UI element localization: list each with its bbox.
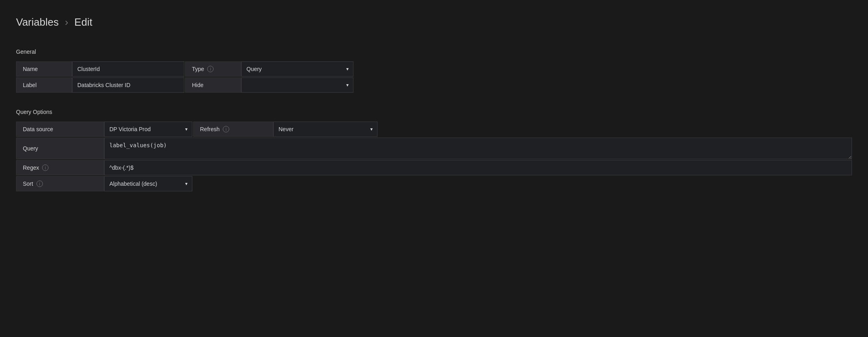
query-label: Query	[16, 138, 104, 159]
query-options-section: Query Options Data source DP Victoria Pr…	[16, 109, 852, 191]
datasource-label: Data source	[16, 122, 104, 137]
sort-select[interactable]: Disabled Alphabetical (asc) Alphabetical…	[104, 176, 192, 191]
sort-label: Sort i	[16, 176, 104, 191]
hide-select[interactable]: Label Variable	[241, 77, 353, 93]
refresh-select-wrapper: Never On Dashboard Load On Time Range Ch…	[273, 122, 377, 137]
query-row: Query label_values(job)	[16, 138, 852, 159]
regex-row: Regex i	[16, 160, 852, 175]
refresh-info-icon[interactable]: i	[223, 126, 229, 132]
sort-select-wrapper: Disabled Alphabetical (asc) Alphabetical…	[104, 176, 192, 191]
regex-info-icon[interactable]: i	[42, 164, 48, 171]
label-label: Label	[16, 77, 72, 93]
regex-input[interactable]	[104, 160, 852, 175]
name-label: Name	[16, 61, 72, 77]
type-label: Type i	[185, 61, 241, 77]
general-section-title: General	[16, 49, 852, 55]
sort-info-icon[interactable]: i	[36, 181, 43, 187]
name-input[interactable]	[72, 61, 184, 77]
refresh-select[interactable]: Never On Dashboard Load On Time Range Ch…	[273, 122, 377, 137]
regex-label: Regex i	[16, 160, 104, 175]
label-input[interactable]	[72, 77, 184, 93]
name-input-wrapper	[72, 61, 184, 77]
page-container: Variables › Edit General Name Type i Que…	[0, 0, 868, 223]
breadcrumb-edit: Edit	[75, 16, 93, 28]
query-options-title: Query Options	[16, 109, 852, 115]
type-select[interactable]: Query Custom Textbox Constant Datasource…	[241, 61, 353, 77]
datasource-select[interactable]: DP Victoria Prod	[104, 122, 192, 137]
sort-row: Sort i Disabled Alphabetical (asc) Alpha…	[16, 176, 852, 191]
general-section: General Name Type i Query Custom Textbox…	[16, 49, 852, 93]
datasource-select-wrapper: DP Victoria Prod	[104, 122, 192, 137]
hide-label: Hide	[185, 77, 241, 93]
label-hide-row: Label Hide Label Variable	[16, 77, 852, 93]
page-title: Variables › Edit	[16, 16, 852, 28]
query-input[interactable]: label_values(job)	[104, 138, 852, 159]
refresh-label: Refresh i	[193, 122, 273, 137]
type-info-icon[interactable]: i	[207, 66, 214, 72]
breadcrumb-separator: ›	[65, 16, 69, 28]
breadcrumb-variables: Variables	[16, 16, 59, 28]
type-select-wrapper: Query Custom Textbox Constant Datasource…	[241, 61, 353, 77]
hide-select-wrapper: Label Variable	[241, 77, 353, 93]
label-input-wrapper	[72, 77, 184, 93]
datasource-refresh-row: Data source DP Victoria Prod Refresh i N…	[16, 122, 852, 137]
name-type-row: Name Type i Query Custom Textbox Constan…	[16, 61, 852, 77]
